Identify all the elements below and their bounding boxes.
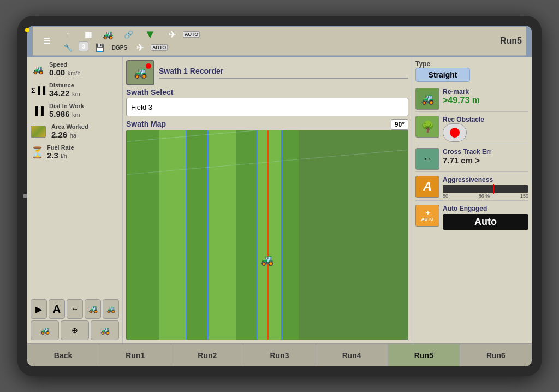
tab-run3[interactable]: Run3 <box>243 344 316 366</box>
screen: ☰ ↑ ▦ 🚜 🔗 ▼ ✈ AUTO 🔧 <box>27 26 532 366</box>
tab-run2[interactable]: Run2 <box>171 344 243 366</box>
distance-value: 34.22 <box>49 88 70 98</box>
aggressiveness-fill <box>443 185 494 193</box>
dgps-icon[interactable]: DGPS <box>110 41 129 54</box>
swath-select-input[interactable] <box>126 98 408 116</box>
tab-run4[interactable]: Run4 <box>316 344 388 366</box>
auto-badge-top: AUTO <box>183 31 200 38</box>
tab-run5[interactable]: Run5 <box>388 344 460 366</box>
obstacle-title: Rec Obstacle <box>443 116 528 123</box>
swath-select-section: Swath Select <box>126 88 408 116</box>
tractor3-button[interactable]: 🚜 <box>103 299 119 319</box>
right-panel: Type Straight 🚜 Re-mark >49.73 m <box>412 57 532 343</box>
play-button[interactable]: ▶ <box>31 299 47 319</box>
swath-map-header: Swath Map 90° <box>126 119 408 130</box>
run-title: Run5 <box>500 36 522 46</box>
swath-recorder-input[interactable] <box>159 78 408 79</box>
swath-recorder-title: Swath 1 Recorder <box>159 67 408 75</box>
down-arrow-big-icon[interactable]: ▼ <box>139 28 161 40</box>
aggressiveness-card: A Aggressiveness 50 86 % 150 <box>415 174 528 201</box>
type-section: Type Straight <box>415 60 528 82</box>
auto-engaged-title: Auto Engaged <box>443 205 528 212</box>
fuel-value: 2.3 <box>47 151 58 160</box>
tab-back[interactable]: Back <box>27 344 99 366</box>
wrench-icon[interactable]: 🔧 <box>58 41 77 54</box>
dot-button[interactable]: ⊕ <box>61 320 89 340</box>
bottom-tabs: Back Run1 Run2 Run3 Run4 Run5 Run6 <box>27 343 532 366</box>
remark-card: 🚜 Re-mark >49.73 m <box>415 86 528 112</box>
grid-icon[interactable]: ▦ <box>79 28 97 40</box>
swath-select-title: Swath Select <box>126 88 408 97</box>
remark-title: Re-mark <box>443 88 528 96</box>
remark-icon: 🚜 <box>415 88 439 110</box>
aggressiveness-icon: A <box>415 176 439 198</box>
fuel-unit: l/h <box>61 153 67 159</box>
deg-badge[interactable]: 90° <box>391 119 408 130</box>
width-button[interactable]: ↔ <box>67 299 83 319</box>
dist-work-stat: ▐▐ Dist In Work 5.986 km <box>31 102 119 120</box>
dist-work-label: Dist In Work <box>49 103 119 109</box>
map-blue-line-1 <box>186 130 187 340</box>
tractor-icon[interactable]: 🚜 <box>99 28 117 40</box>
tab-run6[interactable]: Run6 <box>460 344 532 366</box>
font-a-button[interactable]: A <box>49 299 65 319</box>
speed-label: Speed <box>49 61 119 68</box>
map-blue-line-2 <box>207 130 209 340</box>
swath-recorder-section: 🚜 Swath 1 Recorder <box>126 60 408 85</box>
gps-pointer-icon[interactable]: ✈ <box>163 28 181 40</box>
aggressiveness-min: 50 <box>443 193 448 199</box>
wrench-badge: 3 <box>79 41 88 51</box>
bottom-controls: ▶ A ↔ 🚜 🚜 🚜 ⊕ 🚜 <box>31 299 119 340</box>
main-content: 🚜 Speed 0.00 km/h Σ▐▐ Distance 3 <box>27 57 532 343</box>
distance-unit: km <box>72 91 80 97</box>
nav-icon[interactable]: ✈ <box>130 41 149 54</box>
left-panel: 🚜 Speed 0.00 km/h Σ▐▐ Distance 3 <box>27 57 123 343</box>
area-value: 2.26 <box>51 130 67 139</box>
area-stat: Area Worked 2.26 ha <box>31 122 119 141</box>
swath-map[interactable]: 🚜 <box>126 130 408 340</box>
dist-work-unit: km <box>72 111 80 118</box>
rec-obstacle-button[interactable] <box>443 123 467 142</box>
usb-icon[interactable]: 💾 <box>90 41 109 54</box>
recorder-dot <box>146 63 151 69</box>
ctrl-row-1: ▶ A ↔ 🚜 🚜 <box>31 299 119 319</box>
fuel-label: Fuel Rate <box>47 144 119 151</box>
map-tractor: 🚜 <box>260 253 274 266</box>
menu-icon[interactable]: ☰ <box>37 35 56 47</box>
swath-map-title: Swath Map <box>126 120 166 128</box>
settings-link-icon[interactable]: 🔗 <box>119 28 138 40</box>
auto-badge-bottom: AUTO <box>151 44 168 51</box>
fuel-icon: ⏳ <box>31 145 44 160</box>
obstacle-icon: 🌳 <box>415 116 439 138</box>
auto-engaged-card: ✈ AUTO Auto Engaged Auto <box>415 203 528 231</box>
aggressiveness-max: 150 <box>520 193 528 199</box>
swath-map-section: Swath Map 90° <box>126 119 408 340</box>
device-frame: ☰ ↑ ▦ 🚜 🔗 ▼ ✈ AUTO 🔧 <box>17 16 542 376</box>
speed-unit: km/h <box>68 70 81 76</box>
tractor5-button[interactable]: 🚜 <box>91 320 119 340</box>
dist-work-value: 5.986 <box>49 109 70 118</box>
aggressiveness-marker <box>493 184 494 194</box>
led-indicator <box>25 28 29 32</box>
aggressiveness-pct: 86 % <box>479 193 490 199</box>
map-blue-line-3 <box>257 130 258 340</box>
auto-engaged-value: Auto <box>443 214 528 230</box>
auto-engaged-icon: ✈ AUTO <box>415 205 439 227</box>
tab-run1[interactable]: Run1 <box>99 344 171 366</box>
speed-stat: 🚜 Speed 0.00 km/h <box>31 60 119 79</box>
dist-work-icon: ▐▐ <box>31 103 46 118</box>
speed-icon: 🚜 <box>31 62 46 77</box>
tractor2-button[interactable]: 🚜 <box>85 299 101 319</box>
up-arrow-icon[interactable]: ↑ <box>58 28 77 40</box>
distance-label: Distance <box>49 82 119 88</box>
cross-track-icon: ↔ <box>415 148 439 170</box>
tractor4-button[interactable]: 🚜 <box>31 320 59 340</box>
cross-track-card: ↔ Cross Track Err 7.71 cm > <box>415 146 528 172</box>
type-label: Type <box>415 60 470 68</box>
map-blue-line-4 <box>281 130 282 340</box>
fuel-stat: ⏳ Fuel Rate 2.3 l/h <box>31 143 119 162</box>
cross-track-title: Cross Track Err <box>443 148 528 156</box>
type-button[interactable]: Straight <box>415 68 470 82</box>
remark-value: >49.73 m <box>443 96 528 105</box>
cross-track-value: 7.71 cm > <box>443 156 528 165</box>
